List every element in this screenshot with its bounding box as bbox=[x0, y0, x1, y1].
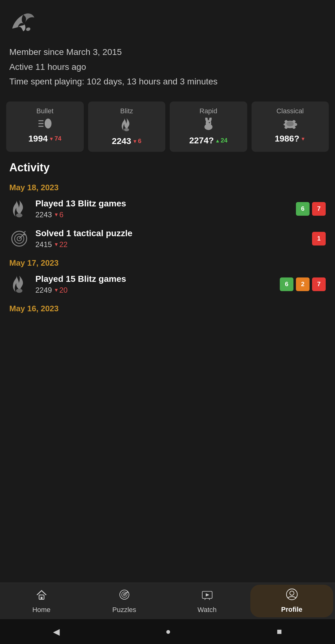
activity-item-puzzle-may18[interactable]: Solved 1 tactical puzzle 2415 22 1 bbox=[9, 228, 326, 249]
activity-item-blitz-may18[interactable]: Played 13 Blitz games 2243 6 6 7 bbox=[9, 199, 326, 219]
nav-item-profile[interactable]: Profile bbox=[250, 585, 333, 617]
puzzles-label: Puzzles bbox=[112, 606, 136, 614]
svg-point-18 bbox=[284, 124, 286, 125]
date-group-may16: May 16, 2023 bbox=[9, 304, 326, 317]
badge-puzzle-count: 1 bbox=[312, 232, 326, 245]
rating-card-bullet[interactable]: Bullet 1994 74 bbox=[6, 101, 84, 152]
rapid-rating: 2274? 24 bbox=[189, 136, 228, 146]
blitz-activity-icon bbox=[9, 199, 29, 219]
member-info: Member since March 3, 2015 Active 11 hou… bbox=[0, 38, 335, 98]
watch-label: Watch bbox=[198, 606, 217, 614]
bullet-delta: 74 bbox=[49, 135, 61, 142]
date-group-may17: May 17, 2023 bbox=[9, 258, 326, 268]
badge-losses: 7 bbox=[312, 202, 326, 216]
activity-title: Activity bbox=[9, 161, 326, 174]
classical-label: Classical bbox=[276, 107, 304, 115]
home-label: Home bbox=[32, 606, 51, 614]
rapid-icon bbox=[202, 118, 215, 133]
badge-draws-may17: 2 bbox=[296, 277, 310, 291]
rating-card-classical[interactable]: Classical 19 bbox=[252, 101, 329, 152]
classical-rating: 1986? bbox=[275, 134, 306, 144]
nav-item-watch[interactable]: Watch bbox=[166, 583, 248, 619]
puzzle-activity-name: Solved 1 tactical puzzle bbox=[35, 228, 306, 238]
svg-point-0 bbox=[25, 27, 31, 32]
blitz-activity-icon-may17 bbox=[9, 274, 29, 294]
badge-losses-may17: 7 bbox=[312, 277, 326, 291]
blitz-activity-rating-may17: 2249 20 bbox=[35, 286, 274, 295]
blitz-delta: 6 bbox=[132, 137, 141, 145]
android-back-button[interactable]: ◀ bbox=[53, 627, 60, 637]
svg-line-25 bbox=[24, 231, 25, 232]
badge-wins: 6 bbox=[296, 202, 310, 216]
active-status: Active 11 hours ago bbox=[9, 60, 326, 74]
blitz-activity-content: Played 13 Blitz games 2243 6 bbox=[35, 199, 290, 219]
blitz-icon bbox=[121, 118, 132, 134]
activity-item-blitz-may17[interactable]: Played 15 Blitz games 2249 20 6 2 7 bbox=[9, 274, 326, 295]
classical-delta bbox=[301, 135, 306, 142]
nav-item-puzzles[interactable]: Puzzles bbox=[83, 583, 166, 619]
profile-label: Profile bbox=[281, 606, 302, 614]
blitz-activity-name-may17: Played 15 Blitz games bbox=[35, 274, 274, 284]
blitz-activity-badges-may17: 6 2 7 bbox=[280, 277, 326, 291]
svg-point-19 bbox=[16, 213, 23, 217]
android-nav-bar: ◀ ● ■ bbox=[0, 619, 335, 644]
watch-icon bbox=[201, 589, 213, 603]
activity-section: Activity May 18, 2023 Played 13 Blitz ga… bbox=[0, 158, 335, 583]
bullet-label: Bullet bbox=[36, 107, 53, 115]
svg-marker-35 bbox=[206, 593, 209, 597]
svg-point-39 bbox=[290, 591, 294, 595]
svg-point-13 bbox=[293, 123, 297, 126]
blitz-activity-rating: 2243 6 bbox=[35, 210, 290, 219]
profile-icon bbox=[286, 588, 298, 603]
svg-point-26 bbox=[16, 289, 23, 293]
svg-point-10 bbox=[209, 122, 210, 123]
blitz-rating: 2243 6 bbox=[112, 136, 141, 146]
nav-item-home[interactable]: Home bbox=[0, 583, 83, 619]
bullet-rating: 1994 74 bbox=[29, 134, 61, 144]
rating-card-blitz[interactable]: Blitz 2243 6 bbox=[88, 101, 166, 152]
svg-point-5 bbox=[124, 128, 129, 131]
rapid-label: Rapid bbox=[199, 107, 217, 115]
badge-wins-may17: 6 bbox=[280, 277, 293, 291]
blitz-activity-badges: 6 7 bbox=[296, 202, 326, 216]
rapid-delta: 24 bbox=[215, 137, 227, 144]
svg-rect-28 bbox=[41, 597, 42, 599]
svg-point-12 bbox=[286, 121, 294, 126]
member-since: Member since March 3, 2015 bbox=[9, 45, 326, 60]
date-group-may18: May 18, 2023 bbox=[9, 183, 326, 192]
blitz-label: Blitz bbox=[120, 107, 133, 115]
puzzle-activity-badges: 1 bbox=[312, 232, 326, 245]
home-icon bbox=[36, 589, 47, 603]
puzzle-activity-icon bbox=[9, 229, 29, 249]
blitz-activity-content-may17: Played 15 Blitz games 2249 20 bbox=[35, 274, 274, 295]
rating-cards-container: Bullet 1994 74 Blitz bbox=[0, 98, 335, 158]
bullet-icon bbox=[38, 118, 52, 131]
android-home-button[interactable]: ● bbox=[166, 627, 171, 637]
classical-icon bbox=[282, 118, 298, 131]
header bbox=[0, 0, 335, 38]
time-playing: Time spent playing: 102 days, 13 hours a… bbox=[9, 74, 326, 89]
svg-point-4 bbox=[45, 119, 51, 128]
bottom-nav: Home Puzzles bbox=[0, 583, 335, 619]
puzzles-icon bbox=[118, 589, 130, 603]
puzzle-activity-rating: 2415 22 bbox=[35, 240, 306, 249]
blitz-activity-name: Played 13 Blitz games bbox=[35, 199, 290, 209]
puzzle-activity-content: Solved 1 tactical puzzle 2415 22 bbox=[35, 228, 306, 249]
android-recent-button[interactable]: ■ bbox=[277, 627, 282, 637]
lichess-logo-icon bbox=[9, 9, 37, 34]
rating-card-rapid[interactable]: Rapid 2274? 24 bbox=[170, 101, 247, 152]
